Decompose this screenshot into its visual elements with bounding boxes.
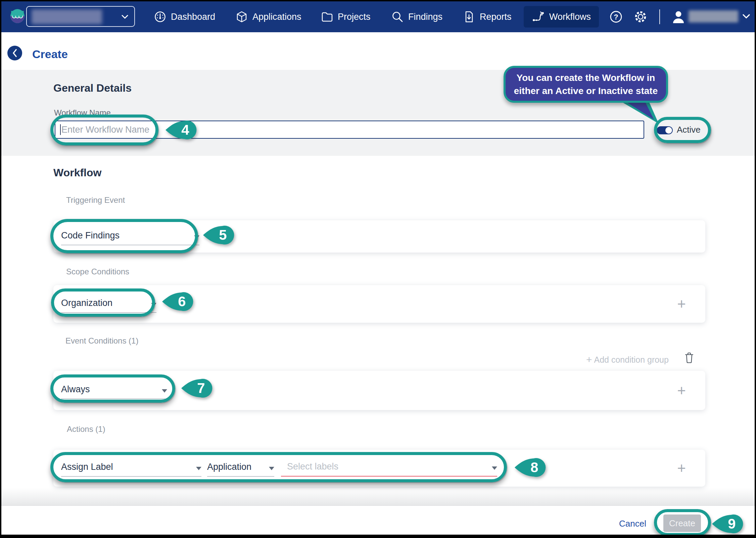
nav-label: Reports [480, 12, 512, 22]
organization-name-blurred [32, 9, 102, 24]
callout-text-line1: You can create the Workflow in [517, 71, 655, 84]
step-marker-number: 5 [214, 222, 232, 248]
cancel-button[interactable]: Cancel [619, 519, 646, 529]
reports-document-icon [463, 11, 475, 23]
step-marker-9: 9 [711, 511, 745, 535]
nav-item-workflows-active[interactable]: Workflows [524, 6, 599, 28]
step-marker-5: 5 [202, 222, 236, 248]
app-window: Dashboard Applications Projects Findings [1, 1, 755, 535]
callout-text-line2: either an Active or Inactive state [514, 84, 658, 97]
findings-search-icon [391, 11, 404, 23]
footer-action-bar: Cancel Create [1, 505, 755, 535]
step-marker-6: 6 [161, 288, 195, 315]
callout-tail [619, 101, 661, 126]
applications-box-icon [236, 11, 248, 23]
scroll-shadow [1, 488, 755, 505]
nav-divider [659, 9, 660, 24]
dashboard-gauge-icon [154, 11, 166, 23]
step-marker-number: 8 [525, 454, 544, 481]
nav-label: Workflows [549, 12, 591, 22]
screenshot-frame: Dashboard Applications Projects Findings [0, 0, 756, 538]
add-action-button[interactable]: + [677, 461, 686, 476]
highlight-ring-actions [50, 452, 507, 482]
projects-folder-icon [321, 11, 333, 23]
nav-item-dashboard[interactable]: Dashboard [154, 6, 215, 28]
section-title-workflow: Workflow [53, 167, 101, 179]
step-marker-number: 4 [176, 117, 195, 143]
nav-item-reports[interactable]: Reports [463, 6, 512, 28]
chevron-down-icon[interactable] [743, 14, 750, 19]
user-avatar-icon[interactable] [671, 10, 686, 24]
actions-label: Actions (1) [67, 424, 105, 434]
section-title-general-details: General Details [53, 82, 132, 94]
step-marker-number: 9 [722, 511, 741, 535]
page-title: Create [32, 48, 68, 61]
nav-label: Dashboard [171, 12, 215, 22]
svg-text:?: ? [614, 13, 618, 21]
add-condition-group-button[interactable]: + Add condition group [586, 354, 669, 365]
back-button[interactable] [7, 46, 22, 60]
user-name-blurred [689, 10, 738, 23]
step-marker-8: 8 [514, 454, 547, 481]
highlight-ring-event-condition [50, 374, 175, 403]
annotation-callout-bubble: You can create the Workflow in either an… [504, 66, 668, 103]
highlight-ring-scope [51, 288, 155, 317]
nav-item-projects[interactable]: Projects [321, 6, 371, 28]
nav-label: Applications [252, 12, 301, 22]
mend-logo-icon[interactable] [10, 9, 25, 24]
triggering-event-label: Triggering Event [66, 195, 125, 205]
step-marker-4: 4 [164, 117, 198, 143]
nav-item-applications[interactable]: Applications [236, 6, 301, 28]
page-header: Create [1, 32, 755, 70]
highlight-ring-create-button [654, 509, 711, 535]
step-marker-number: 7 [192, 375, 210, 401]
nav-label: Projects [338, 12, 371, 22]
add-event-condition-button[interactable]: + [677, 383, 686, 398]
add-scope-condition-button[interactable]: + [677, 297, 686, 311]
delete-trash-icon[interactable] [684, 352, 694, 363]
highlight-ring-triggering-event [50, 219, 198, 253]
help-icon[interactable]: ? [610, 10, 622, 23]
nav-item-findings[interactable]: Findings [391, 6, 442, 28]
highlight-ring-active-toggle [654, 117, 711, 143]
settings-gear-icon[interactable] [634, 10, 647, 24]
add-condition-group-label: Add condition group [594, 355, 669, 365]
chevron-left-icon [12, 49, 18, 57]
plus-icon: + [586, 354, 592, 365]
top-navigation-bar: Dashboard Applications Projects Findings [1, 1, 755, 32]
chevron-down-icon [122, 15, 128, 19]
step-marker-7: 7 [180, 375, 214, 401]
event-conditions-label: Event Conditions (1) [65, 336, 138, 346]
highlight-ring-workflow-name [50, 115, 158, 145]
step-marker-number: 6 [173, 288, 191, 315]
workflows-flow-icon [532, 11, 545, 23]
nav-label: Findings [408, 12, 442, 22]
scope-conditions-label: Scope Conditions [66, 267, 129, 276]
organization-selector[interactable] [26, 6, 135, 27]
